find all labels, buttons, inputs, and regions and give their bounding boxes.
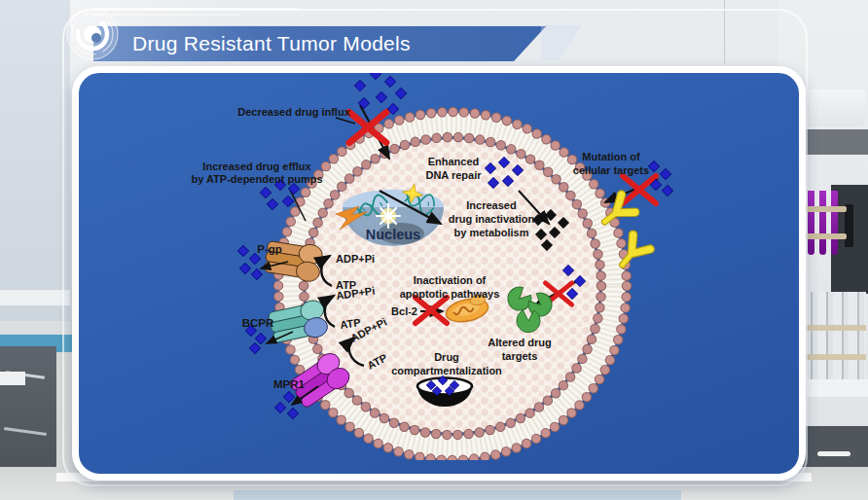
dna-repair-label: Enhanced xyxy=(428,156,480,167)
svg-text:apoptotic pathways: apoptotic pathways xyxy=(400,288,500,300)
test-tube-purple xyxy=(831,191,838,255)
drug-molecules-bcpr-out xyxy=(245,325,266,353)
mutation-cross xyxy=(623,176,656,203)
nucleus-label: Nucleus xyxy=(366,227,420,242)
svg-text:DNA repair: DNA repair xyxy=(425,169,482,181)
svg-text:cellular targets: cellular targets xyxy=(573,164,649,176)
frame-accent-line xyxy=(93,8,298,10)
svg-text:compartmentalization: compartmentalization xyxy=(391,365,502,376)
brand-logo xyxy=(64,6,121,62)
slide-screenshot: Nucleus xyxy=(0,0,868,500)
page-title: Drug Resistant Tumor Models xyxy=(93,32,411,55)
svg-text:by ATP-dependent pumps: by ATP-dependent pumps xyxy=(191,173,322,185)
svg-text:drug inactivation: drug inactivation xyxy=(449,213,535,225)
influx-label: Decreased drug influx xyxy=(237,106,350,118)
lab-wall-left xyxy=(0,0,70,321)
compartment-label: Drug xyxy=(434,351,459,363)
apoptosis-label: Inactivation of xyxy=(414,274,487,286)
altered-label: Altered drug xyxy=(488,337,551,348)
mpr1-label: MPR1 xyxy=(273,378,306,390)
test-tube-purple xyxy=(819,191,826,255)
test-tube-purple xyxy=(808,191,814,255)
pgp-label: P-gp xyxy=(257,243,282,255)
bcpr-label: BCPR xyxy=(242,317,274,329)
drug-resistance-diagram: Nucleus xyxy=(0,0,868,500)
repair-spark xyxy=(377,204,400,228)
adp-label-1: ADP+Pi xyxy=(336,253,375,265)
drug-molecules-influx xyxy=(354,68,406,114)
svg-text:targets: targets xyxy=(502,350,538,362)
metabolism-label: Increased xyxy=(466,199,516,211)
mutation-label: Mutation of xyxy=(582,151,640,162)
efflux-label: Increased drug efflux xyxy=(202,161,311,172)
lab-counter-left xyxy=(0,290,70,305)
lab-counter-left-lower xyxy=(0,372,25,385)
cell-lens-icon xyxy=(64,6,121,62)
floor-reflection xyxy=(234,490,681,500)
svg-text:by metabolism: by metabolism xyxy=(453,227,528,238)
bcl2-label: Bcl-2 xyxy=(391,305,417,317)
title-banner: Drug Resistant Tumor Models xyxy=(93,25,547,61)
drug-molecules-mpr1-out xyxy=(274,391,298,418)
